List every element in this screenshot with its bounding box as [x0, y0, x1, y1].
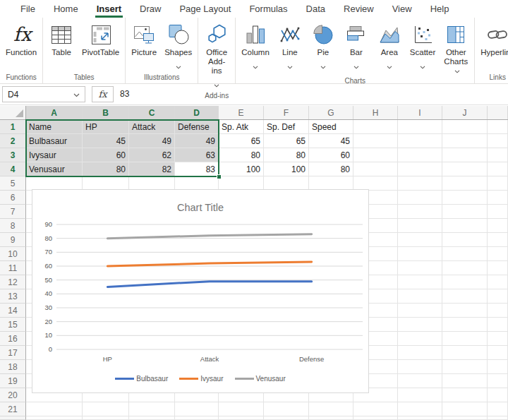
column-header-i[interactable]: I	[398, 106, 442, 119]
cell-c2[interactable]: 49	[129, 134, 175, 148]
cell-i2[interactable]	[398, 134, 442, 148]
cell-partial[interactable]	[26, 416, 83, 420]
cell-partial[interactable]	[309, 416, 353, 420]
cell-j8[interactable]	[442, 219, 488, 233]
column-header-j[interactable]: J	[442, 106, 488, 119]
row-header-17[interactable]: 17	[0, 346, 26, 360]
cell-j17[interactable]	[442, 346, 488, 360]
cell-k3[interactable]	[488, 148, 508, 162]
column-button[interactable]: Column	[238, 20, 273, 72]
chevron-down-icon[interactable]	[73, 90, 80, 100]
cell-i4[interactable]	[398, 162, 442, 176]
row-header-1[interactable]: 1	[0, 120, 26, 134]
cell-partial[interactable]	[129, 416, 175, 420]
cell-k6[interactable]	[488, 191, 508, 205]
cell-i6[interactable]	[398, 191, 442, 205]
menu-tab-draw[interactable]: Draw	[131, 0, 170, 18]
cell-j10[interactable]	[442, 247, 488, 261]
cell-a1[interactable]: Name	[26, 120, 83, 134]
cell-c4[interactable]: 82	[129, 162, 175, 176]
hyperlink-button[interactable]: Hyperlink	[477, 20, 508, 57]
cell-e3[interactable]: 80	[219, 148, 264, 162]
cell-g4[interactable]: 80	[309, 162, 353, 176]
cell-h2[interactable]	[353, 134, 398, 148]
insert-function-button[interactable]: fx	[92, 86, 114, 102]
column-header-a[interactable]: A	[26, 106, 83, 119]
cell-j18[interactable]	[442, 360, 488, 374]
cell-i3[interactable]	[398, 148, 442, 162]
cell-g21[interactable]	[309, 402, 353, 416]
cell-j1[interactable]	[442, 120, 488, 134]
cell-b21[interactable]	[83, 402, 129, 416]
column-header-partial[interactable]	[488, 106, 508, 119]
cell-g5[interactable]	[309, 176, 353, 191]
select-all-button[interactable]	[0, 106, 26, 119]
row-header-4[interactable]: 4	[0, 162, 26, 176]
cell-h5[interactable]	[353, 176, 398, 191]
cell-partial[interactable]	[398, 416, 442, 420]
line-button[interactable]: Line	[274, 20, 306, 72]
row-header-13[interactable]: 13	[0, 289, 26, 304]
column-header-b[interactable]: B	[83, 106, 129, 119]
row-header-11[interactable]: 11	[0, 261, 26, 275]
cell-partial[interactable]	[353, 416, 398, 420]
shapes-button[interactable]: Shapes	[161, 20, 195, 72]
cell-b1[interactable]: HP	[83, 120, 129, 134]
row-header-9[interactable]: 9	[0, 233, 26, 247]
cell-e2[interactable]: 65	[219, 134, 264, 148]
cell-h3[interactable]	[353, 148, 398, 162]
cell-f21[interactable]	[264, 402, 309, 416]
bar-button[interactable]: Bar	[340, 20, 373, 72]
menu-tab-review[interactable]: Review	[334, 0, 383, 18]
cell-k13[interactable]	[488, 289, 508, 304]
cell-j7[interactable]	[442, 205, 488, 219]
row-header-12[interactable]: 12	[0, 275, 26, 289]
cell-b2[interactable]: 45	[83, 134, 129, 148]
other-charts-button[interactable]: Other Charts	[440, 20, 472, 76]
cell-j4[interactable]	[442, 162, 488, 176]
cell-d21[interactable]	[175, 402, 219, 416]
cell-partial[interactable]	[488, 416, 508, 420]
row-header-5[interactable]: 5	[0, 176, 26, 191]
cell-b5[interactable]	[83, 176, 129, 191]
cell-j19[interactable]	[442, 374, 488, 388]
cell-g1[interactable]: Speed	[309, 120, 353, 134]
cell-k21[interactable]	[488, 402, 508, 416]
cell-k11[interactable]	[488, 261, 508, 275]
menu-tab-page-layout[interactable]: Page Layout	[170, 0, 240, 18]
cell-j14[interactable]	[442, 304, 488, 318]
row-header-2[interactable]: 2	[0, 134, 26, 148]
cell-g3[interactable]: 60	[309, 148, 353, 162]
cell-a21[interactable]	[26, 402, 83, 416]
cell-i20[interactable]	[398, 388, 442, 402]
embedded-chart[interactable]: Chart Title 0102030405060708090HPAttackD…	[32, 189, 369, 393]
cell-k7[interactable]	[488, 205, 508, 219]
row-header-7[interactable]: 7	[0, 205, 26, 219]
cell-c1[interactable]: Attack	[129, 120, 175, 134]
row-header-21[interactable]: 21	[0, 402, 26, 416]
cell-partial[interactable]	[442, 416, 488, 420]
cell-i10[interactable]	[398, 247, 442, 261]
cell-i18[interactable]	[398, 360, 442, 374]
cell-i8[interactable]	[398, 219, 442, 233]
row-header-6[interactable]: 6	[0, 191, 26, 205]
cell-k9[interactable]	[488, 233, 508, 247]
cell-j3[interactable]	[442, 148, 488, 162]
cell-a2[interactable]: Bulbasaur	[26, 134, 83, 148]
cell-f1[interactable]: Sp. Def	[264, 120, 309, 134]
column-header-e[interactable]: E	[219, 106, 264, 119]
row-header-10[interactable]: 10	[0, 247, 26, 261]
cell-e21[interactable]	[219, 402, 264, 416]
cell-f3[interactable]: 80	[264, 148, 309, 162]
cell-j12[interactable]	[442, 275, 488, 289]
row-header-19[interactable]: 19	[0, 374, 26, 388]
column-header-c[interactable]: C	[129, 106, 175, 119]
row-header-20[interactable]: 20	[0, 388, 26, 402]
cell-j13[interactable]	[442, 289, 488, 304]
cell-e1[interactable]: Sp. Atk	[219, 120, 264, 134]
row-header-18[interactable]: 18	[0, 360, 26, 374]
cell-j20[interactable]	[442, 388, 488, 402]
row-header-16[interactable]: 16	[0, 332, 26, 346]
cell-i9[interactable]	[398, 233, 442, 247]
cell-c3[interactable]: 62	[129, 148, 175, 162]
